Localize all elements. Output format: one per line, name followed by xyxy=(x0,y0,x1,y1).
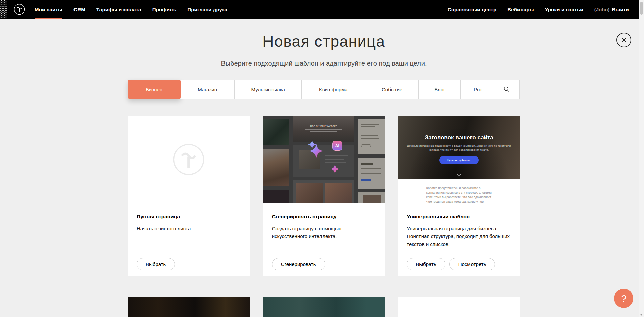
nav-item-crm[interactable]: CRM xyxy=(73,0,85,19)
nav-item-invite-friend[interactable]: Пригласи друга xyxy=(187,0,227,19)
scrollbar-thumb[interactable] xyxy=(640,2,643,15)
ai-sparkle-icon xyxy=(263,116,385,203)
tab-blog[interactable]: Блог xyxy=(419,80,461,99)
tab-business[interactable]: Бизнес xyxy=(128,80,181,99)
nav-item-my-sites[interactable]: Мои сайты xyxy=(35,0,62,19)
navbar-left-menu: Мои сайты CRM Тарифы и оплата Профиль Пр… xyxy=(35,0,227,19)
nav-item-pricing[interactable]: Тарифы и оплата xyxy=(96,0,141,19)
nav-item-help-center[interactable]: Справочный центр xyxy=(448,0,497,19)
card-title: Пустая страница xyxy=(137,214,241,220)
logout-link[interactable]: Выйти xyxy=(612,0,629,19)
generate-button[interactable]: Сгенерировать xyxy=(272,258,325,270)
card-universal-template: Заголовок вашего сайта Добавьте интересн… xyxy=(398,116,520,276)
template-card-partial[interactable] xyxy=(398,297,520,317)
chevron-down-icon xyxy=(456,173,462,176)
card-title: Сгенерировать страницу xyxy=(272,214,376,220)
tab-search[interactable] xyxy=(494,80,519,99)
user-name-label: (John) xyxy=(594,7,610,12)
template-card-partial[interactable] xyxy=(128,297,250,317)
select-template-button[interactable]: Выбрать xyxy=(407,258,445,270)
tilda-logo-icon[interactable] xyxy=(14,4,25,15)
tab-pro[interactable]: Pro xyxy=(461,80,494,99)
template-cards-grid-row2 xyxy=(128,297,520,317)
template-category-tabs: Бизнес Магазин Мультиссылка Квиз-форма С… xyxy=(128,80,520,99)
search-icon xyxy=(503,86,510,93)
card-description: Универсальная страница для бизнеса. Поня… xyxy=(407,225,511,248)
card-blank-page: Пустая страница Начать с чистого листа. … xyxy=(128,116,250,276)
template-card-partial[interactable] xyxy=(263,297,385,317)
navbar-right-menu: Справочный центр Вебинары Уроки и статьи… xyxy=(448,0,644,19)
template-hero-title: Заголовок вашего сайта xyxy=(398,134,520,141)
universal-template-preview[interactable]: Заголовок вашего сайта Добавьте интересн… xyxy=(398,116,520,203)
select-blank-button[interactable]: Выбрать xyxy=(137,258,175,270)
card-ai-generate: Title of Your Website xyxy=(263,116,385,276)
preview-template-button[interactable]: Посмотреть xyxy=(449,258,495,270)
template-body-text: Коротко представьтесь и расскажите о ком… xyxy=(426,186,492,203)
zigzag-pattern-decoration xyxy=(0,0,8,19)
main-content: Новая страница Выберите подходящий шабло… xyxy=(128,32,520,317)
ai-preview-collage[interactable]: Title of Your Website xyxy=(263,116,385,203)
template-hero-section: Заголовок вашего сайта Добавьте интересн… xyxy=(398,116,520,179)
blank-page-preview[interactable] xyxy=(128,116,250,203)
nav-item-profile[interactable]: Профиль xyxy=(152,0,177,19)
page-title: Новая страница xyxy=(128,32,520,50)
card-description: Начать с чистого листа. xyxy=(137,225,241,232)
top-navbar: Мои сайты CRM Тарифы и оплата Профиль Пр… xyxy=(0,0,644,19)
tab-quiz-form[interactable]: Квиз-форма xyxy=(302,80,365,99)
card-title: Универсальный шаблон xyxy=(407,214,511,220)
card-description: Создать страницу с помощью искусственног… xyxy=(272,225,376,240)
scrollbar-down-arrow-icon[interactable] xyxy=(640,314,643,316)
tab-event[interactable]: Событие xyxy=(365,80,419,99)
template-body-section: Коротко представьтесь и расскажите о ком… xyxy=(398,179,520,203)
nav-item-webinars[interactable]: Вебинары xyxy=(507,0,534,19)
help-chat-button[interactable]: ? xyxy=(614,289,633,308)
template-cta-button: Целевое действие xyxy=(439,156,479,164)
nav-item-tutorials[interactable]: Уроки и статьи xyxy=(545,0,583,19)
page-subtitle: Выберите подходящий шаблон и адаптируйте… xyxy=(128,60,520,67)
template-cards-grid: Пустая страница Начать с чистого листа. … xyxy=(128,116,520,276)
close-button[interactable]: × xyxy=(616,33,631,47)
tab-multilink[interactable]: Мультиссылка xyxy=(235,80,302,99)
template-hero-subtitle: Добавьте интересные подробности о вашей … xyxy=(407,144,511,152)
vertical-scrollbar[interactable] xyxy=(639,0,644,317)
tilda-watermark-icon xyxy=(172,143,205,176)
tab-shop[interactable]: Магазин xyxy=(181,80,235,99)
ai-badge: AI xyxy=(332,141,342,151)
